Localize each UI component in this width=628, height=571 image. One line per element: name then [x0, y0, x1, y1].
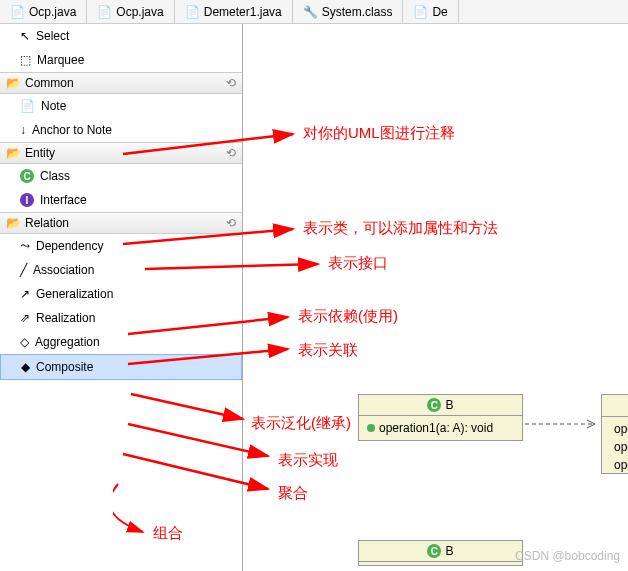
item-label: Dependency	[36, 239, 103, 253]
class-icon: C	[20, 169, 34, 183]
palette-anchor[interactable]: ↓Anchor to Note	[0, 118, 242, 142]
java-file-icon: 📄	[10, 5, 25, 19]
uml-operation: operation1(a: A): void	[379, 421, 493, 435]
realization-icon: ⇗	[20, 311, 30, 325]
uml-operation: ope	[614, 458, 628, 472]
annotation-realization: 表示实现	[278, 451, 338, 470]
palette-note[interactable]: 📄Note	[0, 94, 242, 118]
tab-file[interactable]: 📄Ocp.java	[0, 0, 87, 23]
folder-icon: 📂	[6, 76, 21, 90]
association-icon: ╱	[20, 263, 27, 277]
tab-label: System.class	[322, 5, 393, 19]
uml-class-box[interactable]: CB	[358, 540, 523, 566]
item-label: Composite	[36, 360, 93, 374]
palette-composite[interactable]: ◆Composite	[0, 354, 242, 380]
uml-class-title: B	[445, 398, 453, 412]
editor-tabs: 📄Ocp.java 📄Ocp.java 📄Demeter1.java 🔧Syst…	[0, 0, 628, 24]
folder-icon: 📂	[6, 216, 21, 230]
item-label: Select	[36, 29, 69, 43]
palette-class[interactable]: CClass	[0, 164, 242, 188]
annotation-dependency: 表示依赖(使用)	[298, 307, 398, 326]
tab-label: Ocp.java	[116, 5, 163, 19]
uml-class-header: CB	[359, 395, 522, 416]
group-entity[interactable]: 📂Entity⟲	[0, 142, 242, 164]
uml-operation: ope	[614, 440, 628, 454]
item-label: Association	[33, 263, 94, 277]
uml-class-body: operation1(a: A): void	[359, 416, 522, 440]
method-visibility-icon	[367, 424, 375, 432]
item-label: Class	[40, 169, 70, 183]
folder-icon: 📂	[6, 146, 21, 160]
pin-icon[interactable]: ⟲	[226, 76, 236, 90]
dependency-connector	[525, 418, 605, 430]
item-label: Realization	[36, 311, 95, 325]
cursor-icon: ↖	[20, 29, 30, 43]
tab-file[interactable]: 🔧System.class	[293, 0, 404, 23]
annotation-interface: 表示接口	[328, 254, 388, 273]
tab-file[interactable]: 📄Demeter1.java	[175, 0, 293, 23]
tab-file[interactable]: 📄De	[403, 0, 458, 23]
pin-icon[interactable]: ⟲	[226, 216, 236, 230]
annotation-association: 表示关联	[298, 341, 358, 360]
item-label: Aggregation	[35, 335, 100, 349]
annotation-generalization: 表示泛化(继承)	[251, 414, 351, 433]
uml-class-box-partial[interactable]: ope ope ope	[601, 394, 628, 474]
class-icon: C	[427, 544, 441, 558]
interface-icon: I	[20, 193, 34, 207]
uml-operation: ope	[614, 422, 628, 436]
diagram-canvas[interactable]: 对你的UML图进行注释 表示类，可以添加属性和方法 表示接口 表示依赖(使用) …	[243, 24, 628, 571]
dependency-icon: ⤳	[20, 239, 30, 253]
uml-class-header: CB	[359, 541, 522, 562]
palette-interface[interactable]: IInterface	[0, 188, 242, 212]
palette-select[interactable]: ↖Select	[0, 24, 242, 48]
item-label: Interface	[40, 193, 87, 207]
group-label: Entity	[25, 146, 55, 160]
palette-dependency[interactable]: ⤳Dependency	[0, 234, 242, 258]
aggregation-icon: ◇	[20, 335, 29, 349]
class-file-icon: 🔧	[303, 5, 318, 19]
group-relation[interactable]: 📂Relation⟲	[0, 212, 242, 234]
group-label: Common	[25, 76, 74, 90]
palette-aggregation[interactable]: ◇Aggregation	[0, 330, 242, 354]
tab-label: Demeter1.java	[204, 5, 282, 19]
palette-realization[interactable]: ⇗Realization	[0, 306, 242, 330]
group-label: Relation	[25, 216, 69, 230]
annotation-class: 表示类，可以添加属性和方法	[303, 219, 498, 238]
palette-association[interactable]: ╱Association	[0, 258, 242, 282]
java-file-icon: 📄	[413, 5, 428, 19]
annotation-composite: 组合	[153, 524, 183, 543]
palette: ↖Select ⬚Marquee 📂Common⟲ 📄Note ↓Anchor …	[0, 24, 243, 571]
tab-label: Ocp.java	[29, 5, 76, 19]
java-file-icon: 📄	[97, 5, 112, 19]
pin-icon[interactable]: ⟲	[226, 146, 236, 160]
anchor-icon: ↓	[20, 123, 26, 137]
annotation-aggregation: 聚合	[278, 484, 308, 503]
group-common[interactable]: 📂Common⟲	[0, 72, 242, 94]
java-file-icon: 📄	[185, 5, 200, 19]
palette-generalization[interactable]: ↗Generalization	[0, 282, 242, 306]
composite-icon: ◆	[21, 360, 30, 374]
item-label: Anchor to Note	[32, 123, 112, 137]
note-icon: 📄	[20, 99, 35, 113]
class-icon: C	[427, 398, 441, 412]
marquee-icon: ⬚	[20, 53, 31, 67]
annotation-note: 对你的UML图进行注释	[303, 124, 455, 143]
uml-class-box[interactable]: CB operation1(a: A): void	[358, 394, 523, 441]
item-label: Note	[41, 99, 66, 113]
item-label: Marquee	[37, 53, 84, 67]
tab-file[interactable]: 📄Ocp.java	[87, 0, 174, 23]
item-label: Generalization	[36, 287, 113, 301]
watermark: CSDN @bobcoding	[515, 549, 620, 563]
uml-class-title: B	[445, 544, 453, 558]
generalization-icon: ↗	[20, 287, 30, 301]
palette-marquee[interactable]: ⬚Marquee	[0, 48, 242, 72]
tab-label: De	[432, 5, 447, 19]
